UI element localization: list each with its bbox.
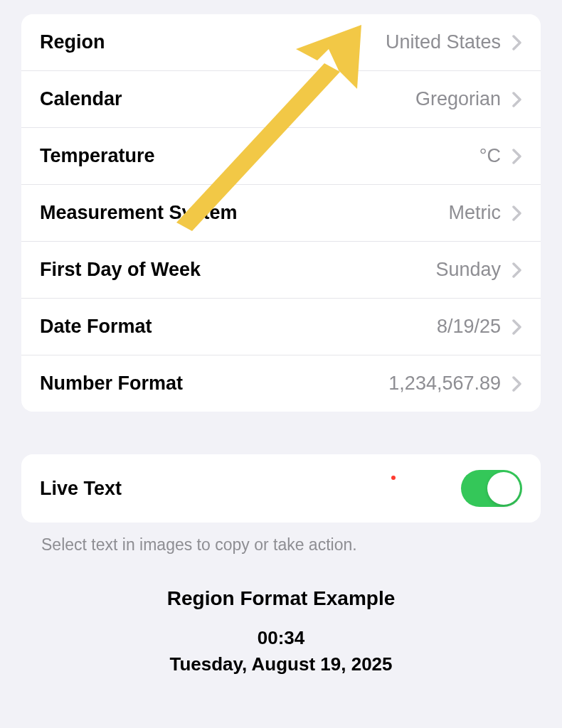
measurement-system-value-wrap: Metric — [449, 202, 523, 224]
measurement-system-value: Metric — [449, 202, 502, 224]
number-format-value-wrap: 1,234,567.89 — [388, 373, 522, 395]
first-day-of-week-value: Sunday — [435, 259, 501, 281]
date-format-value: 8/19/25 — [437, 316, 501, 338]
chevron-right-icon — [512, 149, 522, 164]
first-day-of-week-row[interactable]: First Day of Week Sunday — [21, 242, 541, 299]
number-format-label: Number Format — [40, 373, 183, 395]
calendar-value: Gregorian — [415, 88, 501, 110]
number-format-row[interactable]: Number Format 1,234,567.89 — [21, 355, 541, 412]
chevron-right-icon — [512, 205, 522, 221]
region-label: Region — [40, 31, 105, 53]
region-value-wrap: United States — [386, 31, 522, 53]
date-format-label: Date Format — [40, 316, 152, 338]
date-format-row[interactable]: Date Format 8/19/25 — [21, 299, 541, 355]
chevron-right-icon — [512, 35, 522, 50]
measurement-system-label: Measurement System — [40, 202, 238, 224]
date-format-value-wrap: 8/19/25 — [437, 316, 522, 338]
temperature-row[interactable]: Temperature °C — [21, 128, 541, 185]
live-text-group: Live Text — [21, 454, 541, 523]
region-format-example-time: 00:34 — [21, 627, 541, 649]
toggle-knob-icon — [487, 472, 520, 505]
region-format-example-section: Region Format Example 00:34 Tuesday, Aug… — [21, 587, 541, 675]
live-text-row: Live Text — [21, 454, 541, 523]
chevron-right-icon — [512, 376, 522, 392]
region-format-example-title: Region Format Example — [21, 587, 541, 610]
number-format-value: 1,234,567.89 — [388, 373, 501, 395]
recording-dot-icon — [391, 476, 396, 480]
temperature-value: °C — [479, 145, 501, 167]
live-text-toggle[interactable] — [461, 470, 522, 507]
first-day-of-week-label: First Day of Week — [40, 259, 201, 281]
first-day-of-week-value-wrap: Sunday — [435, 259, 522, 281]
language-region-settings-group: Region United States Calendar Gregorian … — [21, 14, 541, 412]
calendar-label: Calendar — [40, 88, 122, 110]
chevron-right-icon — [512, 319, 522, 335]
temperature-label: Temperature — [40, 145, 155, 167]
region-value: United States — [386, 31, 501, 53]
chevron-right-icon — [512, 92, 522, 107]
temperature-value-wrap: °C — [479, 145, 522, 167]
measurement-system-row[interactable]: Measurement System Metric — [21, 185, 541, 242]
calendar-value-wrap: Gregorian — [415, 88, 522, 110]
live-text-label: Live Text — [40, 478, 122, 500]
calendar-row[interactable]: Calendar Gregorian — [21, 71, 541, 128]
region-format-example-date: Tuesday, August 19, 2025 — [21, 653, 541, 675]
region-row[interactable]: Region United States — [21, 14, 541, 71]
live-text-footer: Select text in images to copy or take ac… — [21, 523, 541, 555]
chevron-right-icon — [512, 262, 522, 278]
